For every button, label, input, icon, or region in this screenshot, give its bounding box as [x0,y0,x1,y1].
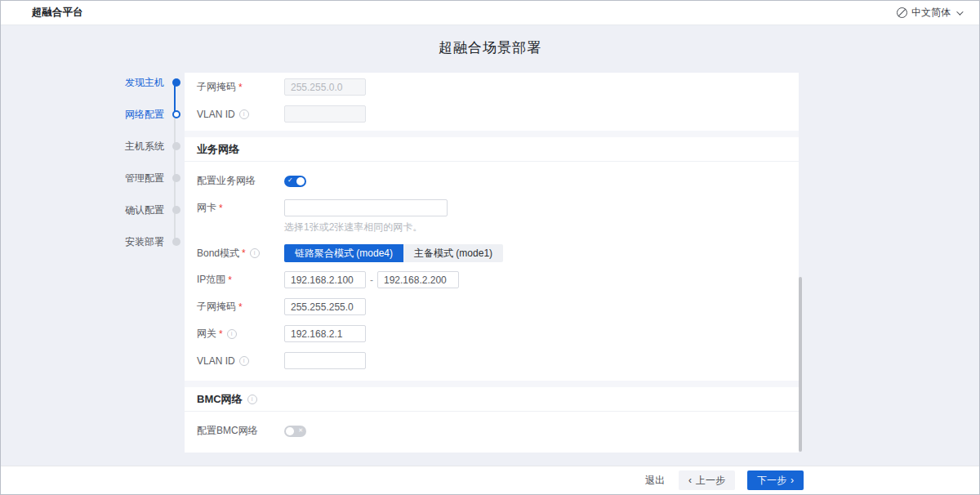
previous-step-button[interactable]: ‹ 上一步 [679,470,735,490]
step-dot-filled [172,78,180,87]
vlan-id-row: VLAN ID [185,105,799,123]
bond-mode1-button[interactable]: 主备模式 (mode1) [403,244,503,262]
subnet-mask-row: 子网掩码 * [185,78,799,96]
language-globe-icon [897,7,907,18]
ip-range-separator: - [370,274,373,286]
chevron-down-icon [956,8,963,15]
enable-bmc-network-label: 配置BMC网络 [197,424,258,438]
page-title: 超融合场景部署 [1,38,979,57]
bond-mode-row: Bond模式 * 链路聚合模式 (mode4) 主备模式 (mode1) [185,244,799,262]
language-selector[interactable]: 中文简体 [897,6,961,20]
step-install-deploy[interactable]: 安装部署 [123,237,180,247]
bmc-network-header: BMC网络 [185,387,799,412]
language-label: 中文简体 [911,6,951,20]
step-dot [172,206,180,214]
step-discover-hosts[interactable]: 发现主机 [123,78,180,87]
chevron-left-icon: ‹ [688,475,692,485]
management-network-section: 子网掩码 * VLAN ID [185,73,799,123]
required-mark: * [242,247,246,259]
bond-mode-segmented: 链路聚合模式 (mode4) 主备模式 (mode1) [284,244,503,262]
mgmt-subnet-mask-input [284,78,366,96]
enable-business-network-row: 配置业务网络 [185,174,799,188]
business-network-header: 业务网络 [185,137,799,162]
nic-row: 网卡 * 选择1张或2张速率相同的网卡。 [185,199,799,234]
toggle-knob [286,427,294,435]
nic-label: 网卡 [197,201,216,215]
subnet-mask-label: 子网掩码 [197,80,236,94]
step-dot [172,174,180,182]
toggle-knob [296,177,305,185]
next-step-button[interactable]: 下一步 › [747,470,804,490]
vlan-id-label: VLAN ID [197,109,235,120]
step-confirm-config[interactable]: 确认配置 [123,205,180,215]
scrollbar-thumb[interactable] [799,277,802,452]
gateway-label: 网关 [197,327,216,341]
nic-hint: 选择1张或2张速率相同的网卡。 [284,221,799,234]
info-icon [250,248,260,258]
business-subnet-mask-row: 子网掩码 * [185,298,799,315]
business-network-section: 配置业务网络 网卡 * 选择1张或2张速率相同的网卡。 Bond模式 * [185,162,799,369]
chevron-right-icon: › [791,475,794,485]
step-dot-current [172,110,180,118]
step-network-config[interactable]: 网络配置 [123,109,180,119]
required-mark: * [238,301,243,313]
bond-mode-label: Bond模式 [197,247,239,261]
subnet-mask-label: 子网掩码 [197,300,236,314]
ip-range-row: IP范围 * - [185,271,799,288]
form-panel: 子网掩码 * VLAN ID 业务网络 配置业务网络 [185,73,799,453]
bond-mode4-button[interactable]: 链路聚合模式 (mode4) [284,244,403,262]
section-divider [185,381,799,387]
ip-range-start-input[interactable] [284,271,366,288]
wizard-stepper: 发现主机 网络配置 主机系统 管理配置 确认配置 安装部署 [123,78,180,269]
bmc-network-toggle[interactable] [284,426,306,437]
gateway-row: 网关 * [185,325,799,342]
footer-bar: 退出 ‹ 上一步 下一步 › [1,466,979,494]
gateway-input[interactable] [284,325,366,342]
exit-button[interactable]: 退出 [645,474,665,488]
required-mark: * [219,203,223,214]
required-mark: * [228,274,232,286]
required-mark: * [219,328,223,340]
step-host-system[interactable]: 主机系统 [123,141,180,151]
vlan-id-label: VLAN ID [197,355,235,367]
ip-range-end-input[interactable] [377,271,459,288]
info-icon [239,109,249,119]
enable-business-network-label: 配置业务网络 [197,174,256,188]
deployment-wizard-window: 超融合平台 中文简体 超融合场景部署 发现主机 网络配置 主机系统 管理配置 确… [0,0,980,495]
app-title: 超融合平台 [32,6,83,20]
ip-range-label: IP范围 [197,273,225,287]
enable-bmc-network-row: 配置BMC网络 [185,424,799,438]
nic-input[interactable] [284,199,448,216]
bmc-network-section: 配置BMC网络 [185,412,799,438]
business-vlan-id-row: VLAN ID [185,352,799,369]
step-dot [172,142,180,150]
step-management-config[interactable]: 管理配置 [123,173,180,183]
business-subnet-mask-input[interactable] [284,298,366,315]
mgmt-vlan-id-input [284,105,366,123]
business-network-toggle[interactable] [284,176,306,187]
info-icon [247,395,257,404]
required-mark: * [238,82,243,93]
info-icon [227,329,237,339]
business-vlan-id-input[interactable] [284,352,366,369]
info-icon [239,356,249,366]
top-bar: 超融合平台 中文简体 [1,1,979,25]
step-dot [172,238,180,246]
section-divider [185,131,799,137]
